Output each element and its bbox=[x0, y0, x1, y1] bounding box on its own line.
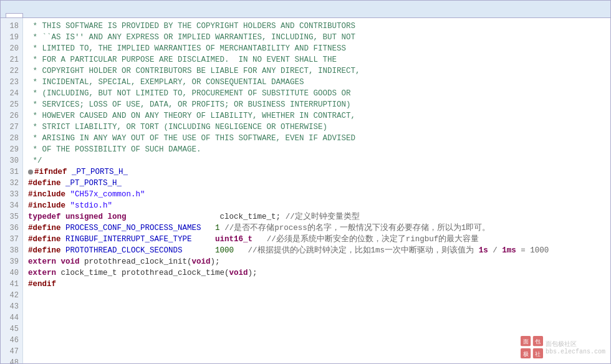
code-line: extern void protothread_clock_init(void)… bbox=[28, 256, 605, 267]
watermark-logo-icon: 面 包 极 社 bbox=[521, 336, 543, 358]
editor-container: 1819202122232425262728293031323334353637… bbox=[1, 18, 610, 363]
svg-text:包: 包 bbox=[534, 338, 540, 345]
code-line: * COPYRIGHT HOLDER OR CONTRIBUTORS BE LI… bbox=[28, 65, 605, 77]
code-line: * THIS SOFTWARE IS PROVIDED BY THE COPYR… bbox=[28, 21, 605, 32]
code-line: * FOR A PARTICULAR PURPOSE ARE DISCLAIME… bbox=[28, 54, 605, 65]
svg-text:社: 社 bbox=[534, 351, 540, 357]
code-line: #include "CH57x_common.h" bbox=[28, 189, 605, 200]
code-line: * OF THE POSSIBILITY OF SUCH DAMAGE. bbox=[28, 144, 605, 155]
code-line: #define _PT_PORTS_H_ bbox=[28, 178, 605, 189]
code-line: * ARISING IN ANY WAY OUT OF THE USE OF T… bbox=[28, 133, 605, 144]
code-line: #define PROTOTHREAD_CLOCK_SECONDS 1000 /… bbox=[28, 245, 605, 256]
code-line: #endif bbox=[28, 279, 605, 290]
svg-text:面: 面 bbox=[523, 338, 529, 345]
code-line: * SERVICES; LOSS OF USE, DATA, OR PROFIT… bbox=[28, 99, 605, 110]
code-line: extern clock_time_t protothread_clock_ti… bbox=[28, 267, 605, 279]
file-tab[interactable] bbox=[6, 13, 23, 17]
code-line: * HOWEVER CAUSED AND ON ANY THEORY OF LI… bbox=[28, 110, 605, 122]
code-line: * STRICT LIABILITY, OR TORT (INCLUDING N… bbox=[28, 122, 605, 133]
code-line: #include "stdio.h" bbox=[28, 200, 605, 211]
tab-bar bbox=[1, 1, 610, 18]
code-content[interactable]: * THIS SOFTWARE IS PROVIDED BY THE COPYR… bbox=[23, 18, 610, 363]
watermark-text: 面包极社区bbs.elecfans.com bbox=[546, 340, 605, 355]
line-numbers: 1819202122232425262728293031323334353637… bbox=[1, 18, 23, 363]
code-line: */ bbox=[28, 155, 605, 166]
code-line: #ifndef _PT_PORTS_H_ bbox=[28, 166, 605, 178]
code-line: * LIMITED TO, THE IMPLIED WARRANTIES OF … bbox=[28, 43, 605, 54]
main-window: 1819202122232425262728293031323334353637… bbox=[0, 0, 611, 364]
code-area: 1819202122232425262728293031323334353637… bbox=[1, 18, 610, 363]
code-line: #define PROCESS_CONF_NO_PROCESS_NAMES 1 … bbox=[28, 223, 605, 234]
code-line: typedef unsigned long clock_time_t; //定义… bbox=[28, 211, 605, 223]
svg-text:极: 极 bbox=[522, 351, 529, 357]
code-line: #define RINGBUF_INTERRUPT_SAFE_TYPE uint… bbox=[28, 234, 605, 245]
code-line: * (INCLUDING, BUT NOT LIMITED TO, PROCUR… bbox=[28, 88, 605, 99]
code-line: * INCIDENTAL, SPECIAL, EXEMPLARY, OR CON… bbox=[28, 77, 605, 88]
watermark: 面 包 极 社 面包极社区bbs.elecfans.com bbox=[521, 336, 605, 358]
code-line: * ``AS IS'' AND ANY EXPRESS OR IMPLIED W… bbox=[28, 32, 605, 43]
